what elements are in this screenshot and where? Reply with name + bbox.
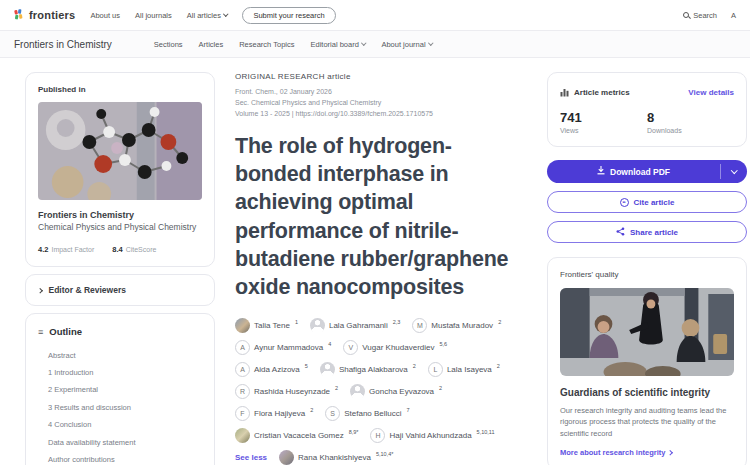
share-icon: [616, 227, 625, 238]
published-journal-name[interactable]: Frontiers in Chemistry: [38, 210, 202, 220]
author-name: Haji Vahid Akhundzada: [389, 431, 471, 440]
download-pdf-label: Download PDF: [610, 167, 670, 177]
author-affiliation-sup: 4: [328, 341, 331, 347]
submit-research-button[interactable]: Submit your research: [242, 7, 335, 24]
outline-item[interactable]: 4 Conclusion: [38, 416, 202, 433]
author-avatar: A: [235, 340, 250, 355]
author-affiliation-sup: 2: [310, 407, 313, 413]
see-less-link[interactable]: See less: [235, 453, 267, 462]
author-chip[interactable]: V Vugar Khudaverdiev 5,6: [343, 340, 447, 355]
top-nav-item[interactable]: All articles: [187, 11, 228, 20]
author-name: Vugar Khudaverdiev: [362, 343, 434, 352]
journal-nav: Sections Articles Research Topics Editor…: [154, 40, 432, 49]
journal-nav-item[interactable]: About journal: [381, 40, 432, 49]
author-avatar: [235, 428, 250, 443]
journal-nav-item[interactable]: Editorial board: [311, 40, 366, 49]
author-avatar: A: [235, 362, 250, 377]
author-avatar: [235, 318, 250, 333]
author-list: Talia Tene 1 Lala Gahramanli 2,3 M Musta…: [235, 318, 527, 465]
author-chip[interactable]: Shafiga Alakbarova 2: [320, 362, 416, 377]
top-nav: About us All journals All articles: [90, 11, 227, 20]
author-affiliation-sup: 5: [305, 363, 308, 369]
outline-item[interactable]: Author contributions: [38, 451, 202, 465]
journal-cover-image[interactable]: [38, 102, 202, 200]
editor-reviewers-label: Editor & Reviewers: [49, 285, 126, 295]
published-section-name[interactable]: Chemical Physics and Physical Chemistry: [38, 222, 202, 233]
chevron-down-icon: [731, 167, 737, 173]
author-avatar: [279, 450, 294, 465]
chevron-right-icon: [37, 288, 42, 293]
view-details-link[interactable]: View details: [688, 88, 734, 97]
chevron-down-icon: [223, 12, 228, 17]
download-options-button[interactable]: [721, 160, 747, 183]
search-button[interactable]: Search: [683, 11, 717, 20]
views-value: 741: [560, 110, 647, 125]
top-nav-item[interactable]: All journals: [135, 11, 172, 20]
downloads-label: Downloads: [647, 127, 734, 134]
author-chip[interactable]: S Stefano Bellucci 7: [325, 406, 409, 421]
frontiers-logo[interactable]: frontiers: [14, 6, 75, 24]
author-chip[interactable]: F Flora Hajiyeva 2: [235, 406, 313, 421]
author-affiliation-sup: 5,10,4*: [376, 451, 393, 457]
top-nav-item[interactable]: About us: [90, 11, 120, 20]
citation-journal-date: Front. Chem., 02 January 2026: [235, 87, 527, 98]
author-chip[interactable]: Lala Gahramanli 2,3: [310, 318, 400, 333]
author-affiliation-sup: 8,9*: [349, 429, 359, 435]
outline-item[interactable]: 3 Results and discussion: [38, 399, 202, 416]
article-column: ORIGINAL RESEARCH article Front. Chem., …: [235, 72, 527, 465]
author-affiliation-sup: 2: [498, 319, 501, 325]
author-chip[interactable]: L Lala Isayeva 2: [428, 362, 500, 377]
frontiers-quality-card: Frontiers' quality: [547, 257, 747, 465]
author-chip[interactable]: A Aida Azizova 5: [235, 362, 308, 377]
author-affiliation-sup: 5,6: [439, 341, 447, 347]
citation-section: Sec. Chemical Physics and Physical Chemi…: [235, 98, 527, 109]
citation-volume-doi[interactable]: Volume 13 - 2025 | https://doi.org/10.33…: [235, 109, 527, 120]
download-pdf-split-button: Download PDF: [547, 160, 747, 183]
author-name: Shafiga Alakbarova: [339, 365, 408, 374]
outline-item[interactable]: Abstract: [38, 346, 202, 363]
author-chip[interactable]: Rana Khankishiyeva 5,10,4*: [279, 450, 393, 465]
cite-article-button[interactable]: “ Cite article: [547, 191, 747, 213]
left-sidebar: Published in: [25, 72, 215, 465]
quality-body: Our research integrity and auditing team…: [560, 405, 734, 439]
author-chip[interactable]: M Mustafa Muradov 2: [412, 318, 501, 333]
citescore-value: 8.4: [112, 245, 122, 254]
author-avatar: H: [370, 428, 385, 443]
outline-list-icon: ≡: [38, 327, 43, 337]
outline-item[interactable]: Data availability statement: [38, 433, 202, 450]
author-affiliation-sup: 1: [295, 319, 298, 325]
author-chip[interactable]: A Aynur Mammadova 4: [235, 340, 331, 355]
author-avatar: R: [235, 384, 250, 399]
author-chip[interactable]: Goncha Eyvazova 2: [350, 384, 442, 399]
frontiers-logo-icon: [14, 6, 25, 24]
journal-title-link[interactable]: Frontiers in Chemistry: [14, 39, 112, 50]
quality-more-link[interactable]: More about research integrity: [560, 448, 734, 457]
author-name: Rashida Huseynzade: [254, 387, 330, 396]
author-chip[interactable]: Cristian Vacacela Gomez 8,9*: [235, 428, 358, 443]
author-name: Aynur Mammadova: [254, 343, 323, 352]
share-article-button[interactable]: Share article: [547, 221, 747, 243]
header-partial-text[interactable]: A: [731, 11, 736, 20]
journal-nav-item[interactable]: Sections: [154, 40, 183, 49]
citation-block: Front. Chem., 02 January 2026 Sec. Chemi…: [235, 87, 527, 120]
author-chip[interactable]: R Rashida Huseynzade 2: [235, 384, 338, 399]
bar-chart-icon: [560, 83, 569, 101]
outline-item[interactable]: 1 Introduction: [38, 364, 202, 381]
quality-heading: Frontiers' quality: [560, 270, 734, 279]
outline-list: Abstract 1 Introduction 2 Experimental 3…: [38, 346, 202, 465]
author-avatar: V: [343, 340, 358, 355]
journal-nav-item[interactable]: Research Topics: [239, 40, 294, 49]
metrics-header: Article metrics View details: [560, 83, 734, 101]
outline-item[interactable]: 2 Experimental: [38, 381, 202, 398]
published-in-card: Published in: [25, 72, 215, 267]
author-chip[interactable]: H Haji Vahid Akhundzada 5,10,11: [370, 428, 494, 443]
published-in-heading: Published in: [38, 85, 202, 94]
frontiers-logo-text: frontiers: [29, 9, 75, 21]
journal-nav-item[interactable]: Articles: [199, 40, 224, 49]
downloads-value: 8: [647, 110, 734, 125]
editor-reviewers-button[interactable]: Editor & Reviewers: [25, 274, 215, 306]
author-affiliation-sup: 5,10,11: [477, 429, 495, 435]
author-chip[interactable]: Talia Tene 1: [235, 318, 298, 333]
download-pdf-button[interactable]: Download PDF: [547, 160, 720, 183]
outline-title: Outline: [49, 326, 82, 337]
